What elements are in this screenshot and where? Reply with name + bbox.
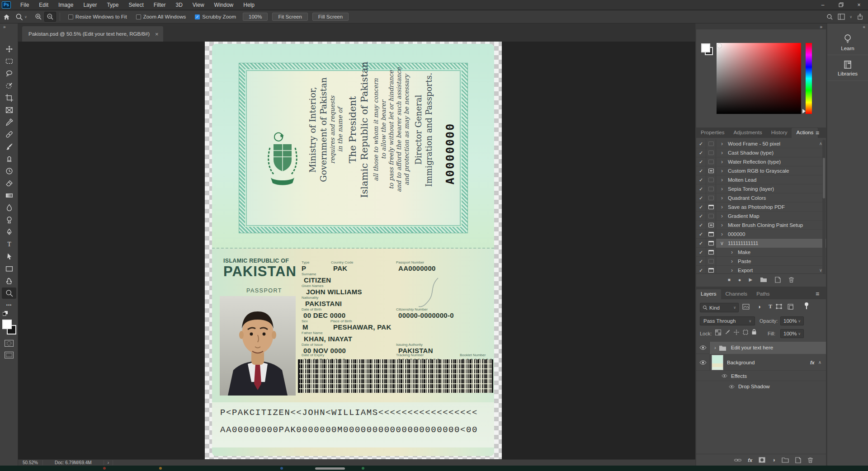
action-check-icon[interactable]: ✓	[696, 184, 706, 193]
field-value[interactable]: PAK	[333, 264, 347, 272]
lock-all-icon[interactable]	[751, 329, 757, 335]
actions-scrollbar[interactable]	[822, 140, 826, 273]
menu-file[interactable]: File	[15, 0, 34, 10]
lock-artboard-icon[interactable]	[742, 329, 749, 335]
checkbox-checked-icon[interactable]: ✓	[195, 14, 200, 19]
field-value[interactable]: AA0000000	[398, 264, 436, 272]
chevron-right-icon[interactable]: ›	[726, 267, 738, 273]
clone-stamp-tool[interactable]	[2, 153, 16, 165]
chevron-right-icon[interactable]: ›	[716, 177, 728, 183]
action-check-icon[interactable]: ✓	[696, 166, 706, 175]
crop-tool[interactable]	[2, 92, 16, 104]
spot-healing-brush-tool[interactable]	[2, 129, 16, 140]
link-layers-button[interactable]	[734, 458, 741, 462]
learn-panel-button[interactable]: Learn	[827, 30, 868, 55]
fill-select[interactable]: 100% ∨	[780, 329, 804, 338]
lock-image-pixels-icon[interactable]	[724, 329, 731, 335]
action-item[interactable]: ✓ ›000000	[696, 230, 826, 239]
action-item[interactable]: ✓ ›Cast Shadow (type)	[696, 148, 826, 157]
hue-slider[interactable]	[806, 43, 812, 114]
chevron-right-icon[interactable]: ›	[716, 222, 728, 228]
chevron-down-icon[interactable]: ∨	[849, 15, 852, 19]
collapse-effects-icon[interactable]: ∧	[818, 360, 821, 365]
default-colors-icon[interactable]	[3, 311, 9, 316]
menu-select[interactable]: Select	[123, 0, 148, 10]
field-value[interactable]: 00000-0000000-0	[398, 311, 454, 319]
action-item[interactable]: ✓ ›Quadrant Colors	[696, 193, 826, 203]
canvas-area[interactable]: Ministry of Interior, Government of Paki…	[18, 42, 695, 459]
delete-layer-button[interactable]	[807, 457, 813, 463]
tab-adjustments[interactable]: Adjustments	[729, 128, 766, 138]
new-action-set-button[interactable]	[760, 277, 767, 283]
layer-row-background[interactable]: Background fx ∧	[696, 354, 826, 371]
action-dialog-toggle[interactable]	[706, 184, 716, 193]
opacity-select[interactable]: 100% ∨	[780, 316, 804, 325]
resize-windows-checkbox[interactable]: Resize Windows to Fit	[68, 14, 127, 19]
move-tool[interactable]	[2, 43, 16, 55]
type-tool[interactable]: T	[2, 239, 16, 250]
chevron-right-icon[interactable]: ›	[716, 141, 728, 147]
filtering-toggle-pin-icon[interactable]	[804, 302, 809, 310]
action-dialog-toggle[interactable]	[706, 193, 716, 203]
field-value[interactable]: CITIZEN	[304, 276, 331, 284]
history-brush-tool[interactable]	[2, 165, 16, 177]
menu-image[interactable]: Image	[53, 0, 78, 10]
action-check-icon[interactable]: ✓	[696, 239, 706, 248]
layer-visibility-eye-icon[interactable]	[696, 342, 710, 353]
delete-action-button[interactable]	[788, 277, 794, 283]
action-item[interactable]: ✓ ›Gradient Map	[696, 212, 826, 221]
action-check-icon[interactable]: ✓	[696, 257, 706, 266]
edit-toolbar-icon[interactable]: •••	[0, 303, 18, 307]
add-adjustment-layer-button[interactable]: ◑	[772, 457, 775, 463]
minimize-button[interactable]: –	[814, 0, 832, 9]
collapse-panels-icon[interactable]: »	[820, 24, 821, 29]
add-mask-button[interactable]	[759, 457, 765, 463]
chevron-right-icon[interactable]: ›	[726, 258, 738, 264]
status-zoom-level[interactable]: 50.52%	[18, 460, 43, 465]
action-check-icon[interactable]: ✓	[696, 230, 706, 239]
document-tab[interactable]: Pakistan.psd @ 50.5% (Edit your text her…	[22, 26, 163, 42]
action-dialog-toggle[interactable]	[706, 175, 716, 184]
action-dialog-toggle[interactable]	[706, 230, 716, 239]
action-check-icon[interactable]: ✓	[696, 139, 706, 148]
action-check-icon[interactable]: ✓	[696, 212, 706, 221]
dodge-tool[interactable]	[2, 214, 16, 226]
blend-mode-select[interactable]: Pass Through ∨	[700, 316, 755, 325]
field-value[interactable]: M	[302, 323, 308, 331]
checkbox-icon[interactable]	[136, 14, 141, 19]
scroll-up-icon[interactable]: ∧	[819, 141, 822, 146]
hue-slider-arrow[interactable]	[802, 109, 806, 113]
zoom-tool[interactable]	[2, 287, 16, 299]
drop-shadow-visibility-eye-icon[interactable]	[729, 385, 735, 389]
menu-layer[interactable]: Layer	[78, 0, 102, 10]
fit-screen-button[interactable]: Fit Screen	[272, 13, 307, 21]
quick-mask-icon[interactable]	[5, 340, 14, 347]
rectangle-tool[interactable]	[2, 263, 16, 274]
action-item[interactable]: ✓ ›Molten Lead	[696, 175, 826, 184]
layer-drop-shadow-row[interactable]: Drop Shadow	[696, 382, 826, 391]
checkbox-icon[interactable]	[68, 14, 73, 19]
action-dialog-toggle[interactable]	[706, 203, 716, 212]
chevron-right-icon[interactable]: ›	[716, 168, 728, 174]
field-value[interactable]: JOHN WILLIAMS	[306, 288, 362, 296]
lasso-tool[interactable]	[2, 68, 16, 79]
play-button[interactable]: ▶	[749, 277, 753, 282]
close-window-button[interactable]: ×	[850, 0, 868, 9]
tab-properties[interactable]: Properties	[696, 128, 729, 138]
menu-type[interactable]: Type	[102, 0, 123, 10]
menu-window[interactable]: Window	[209, 0, 239, 10]
object-selection-tool[interactable]	[2, 80, 16, 91]
menu-filter[interactable]: Filter	[149, 0, 171, 10]
eraser-tool[interactable]	[2, 178, 16, 189]
action-check-icon[interactable]: ✓	[696, 148, 706, 157]
zoom-tool-preset[interactable]: ∨	[14, 13, 29, 21]
layer-filter-kind-select[interactable]: Kind ∨	[700, 303, 739, 312]
filter-smart-objects-icon[interactable]	[788, 304, 797, 310]
action-dialog-toggle[interactable]	[706, 239, 716, 248]
action-item[interactable]: ✓ ›Custom RGB to Grayscale	[696, 166, 826, 175]
action-step[interactable]: ✓ ›Make	[696, 248, 826, 257]
workspace-switcher-icon[interactable]	[838, 14, 845, 20]
tab-history[interactable]: History	[767, 128, 792, 138]
action-item[interactable]: ✓ ›Sepia Toning (layer)	[696, 184, 826, 193]
stop-recording-button[interactable]: ■	[728, 277, 731, 282]
